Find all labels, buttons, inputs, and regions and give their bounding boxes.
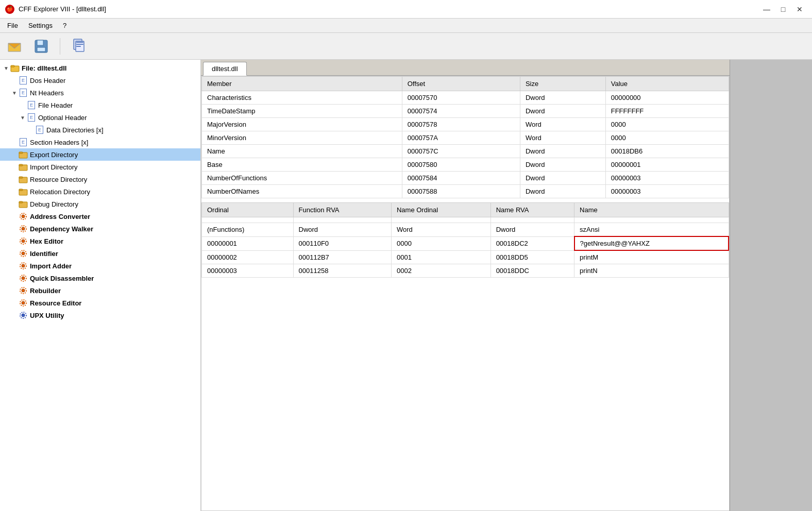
cell-name-ordinal: 0002 [391, 264, 490, 278]
svg-point-38 [22, 314, 25, 317]
cell-member: TimeDateStamp [202, 105, 402, 118]
maximize-button[interactable]: □ [776, 4, 790, 15]
sidebar-item-resource-directory[interactable]: Resource Directory [0, 173, 200, 185]
table-row[interactable]: Characteristics 00007570 Dword 00000000 [202, 91, 729, 105]
copy-button[interactable] [69, 36, 89, 57]
sub-name-rva: Dword [490, 223, 574, 237]
sidebar-label-section-headers: Section Headers [x] [30, 139, 88, 146]
cell-ordinal: 00000001 [202, 236, 294, 250]
cell-size: Dword [520, 158, 605, 172]
sidebar-label-debug-directory: Debug Directory [30, 200, 78, 208]
sidebar-item-dos-header[interactable]: E Dos Header [0, 74, 200, 87]
sidebar-label-import-directory: Import Directory [30, 163, 77, 171]
cell-name-ordinal: 0001 [391, 250, 490, 264]
sub-name-ordinal: Word [391, 223, 490, 237]
cell-function-rva: 000112B7 [293, 250, 391, 264]
sidebar-item-data-directories[interactable]: E Data Directories [x] [0, 124, 200, 136]
cell-offset: 00007570 [402, 91, 520, 105]
folder-icon [10, 63, 20, 73]
col-offset: Offset [402, 77, 520, 91]
open-icon [6, 38, 23, 55]
cell-member: Name [202, 145, 402, 158]
sidebar-label-data-directories: Data Directories [x] [46, 126, 104, 134]
svg-rect-17 [19, 177, 23, 178]
export-table-row[interactable]: 00000002 000112B7 0001 00018DD5 printM [202, 250, 729, 264]
menu-bar: File Settings ? [0, 19, 812, 33]
tree-toggle-nt[interactable]: ▼ [10, 90, 19, 96]
col-member: Member [202, 77, 402, 91]
close-button[interactable]: ✕ [792, 4, 807, 15]
save-button[interactable] [31, 36, 52, 57]
open-button[interactable] [4, 36, 25, 57]
cell-function-rva: 00011258 [293, 264, 391, 278]
sidebar-item-import-directory[interactable]: Import Directory [0, 161, 200, 173]
tab-dlltest[interactable]: dlltest.dll [203, 62, 247, 76]
menu-file[interactable]: File [2, 20, 23, 31]
sidebar-label-nt-headers: Nt Headers [30, 89, 64, 97]
sidebar-item-upx-utility[interactable]: UPX Utility [0, 309, 200, 321]
gear-icon-dw [19, 224, 28, 233]
svg-point-28 [22, 252, 25, 255]
menu-help[interactable]: ? [58, 20, 72, 31]
table-row[interactable]: TimeDateStamp 00007574 Dword FFFFFFFF [202, 105, 729, 118]
col-name-ordinal: Name Ordinal [391, 203, 490, 217]
copy-icon [71, 38, 87, 55]
table-row[interactable]: Name 0000757C Dword 00018DB6 [202, 145, 729, 158]
sidebar-item-section-headers[interactable]: E Section Headers [x] [0, 136, 200, 148]
export-table-row[interactable]: 00000003 00011258 0002 00018DDC printN [202, 264, 729, 278]
cell-name-rva: 00018DDC [490, 264, 574, 278]
col-function-rva: Function RVA [293, 203, 391, 217]
title-bar: 🍎 CFF Explorer VIII - [dlltest.dll] — □ … [0, 0, 812, 19]
sidebar-item-import-adder[interactable]: Import Adder [0, 260, 200, 272]
cell-size: Word [520, 118, 605, 131]
svg-rect-15 [19, 164, 23, 166]
cell-size: Dword [520, 172, 605, 185]
table-row[interactable]: NumberOfFunctions 00007584 Dword 0000000… [202, 172, 729, 185]
tree-toggle-oh[interactable]: ▼ [19, 115, 27, 121]
table-row[interactable]: Base 00007580 Dword 00000001 [202, 158, 729, 172]
sidebar-item-file-root[interactable]: ▼ File: dlltest.dll [0, 62, 200, 74]
sidebar-label-resource-directory: Resource Directory [30, 176, 87, 183]
svg-point-32 [22, 277, 25, 280]
gear-icon-he [19, 236, 28, 246]
page-icon-sh: E [19, 138, 28, 147]
table-row[interactable]: MajorVersion 00007578 Word 0000 [202, 118, 729, 131]
sidebar-item-optional-header[interactable]: ▼ E Optional Header [0, 111, 200, 124]
sidebar-item-export-directory[interactable]: Export Directory [0, 148, 200, 161]
table-area[interactable]: Member Offset Size Value Characteristics… [201, 76, 730, 511]
svg-rect-8 [76, 44, 83, 45]
minimize-button[interactable]: — [759, 4, 774, 15]
content-area: dlltest.dll Member Offset Size Value Cha… [201, 60, 730, 511]
sidebar-item-relocation-directory[interactable]: Relocation Directory [0, 185, 200, 198]
gear-icon-qd [19, 274, 28, 283]
sidebar-item-nt-headers[interactable]: ▼ E Nt Headers [0, 87, 200, 99]
cell-name: ?getNresult@@YAHXZ [574, 236, 729, 250]
tree-toggle-root[interactable]: ▼ [2, 65, 10, 71]
title-bar-controls: — □ ✕ [759, 4, 807, 15]
sidebar-item-hex-editor[interactable]: Hex Editor [0, 235, 200, 247]
cell-ordinal: 00000002 [202, 250, 294, 264]
sidebar-item-dependency-walker[interactable]: Dependency Walker [0, 223, 200, 235]
table-row[interactable]: MinorVersion 0000757A Word 0000 [202, 131, 729, 145]
sidebar-item-resource-editor[interactable]: Resource Editor [0, 297, 200, 309]
export-table-row[interactable]: 00000001 000110F0 0000 00018DC2 ?getNres… [202, 236, 729, 250]
cell-offset: 00007588 [402, 185, 520, 198]
sidebar-item-file-header[interactable]: E File Header [0, 99, 200, 111]
page-icon-oh: E [27, 113, 36, 122]
sidebar-label-address-converter: Address Converter [30, 213, 90, 220]
svg-point-36 [22, 301, 25, 304]
sidebar-item-rebuilder[interactable]: Rebuilder [0, 284, 200, 297]
cell-ordinal: 00000003 [202, 264, 294, 278]
sidebar-label-export-directory: Export Directory [30, 151, 78, 159]
menu-settings[interactable]: Settings [23, 20, 58, 31]
sidebar-item-quick-disassembler[interactable]: Quick Disassembler [0, 272, 200, 284]
export-subheader-row: (nFunctions) Dword Word Dword szAnsi [202, 223, 729, 237]
cell-member: NumberOfFunctions [202, 172, 402, 185]
sidebar-item-address-converter[interactable]: Address Converter [0, 210, 200, 223]
svg-rect-7 [76, 42, 83, 43]
sidebar-item-debug-directory[interactable]: Debug Directory [0, 198, 200, 210]
cell-value: 0000 [605, 131, 729, 145]
sidebar-item-identifier[interactable]: Identifier [0, 247, 200, 260]
tab-bar: dlltest.dll [201, 60, 730, 76]
table-row[interactable]: NumberOfNames 00007588 Dword 00000003 [202, 185, 729, 198]
